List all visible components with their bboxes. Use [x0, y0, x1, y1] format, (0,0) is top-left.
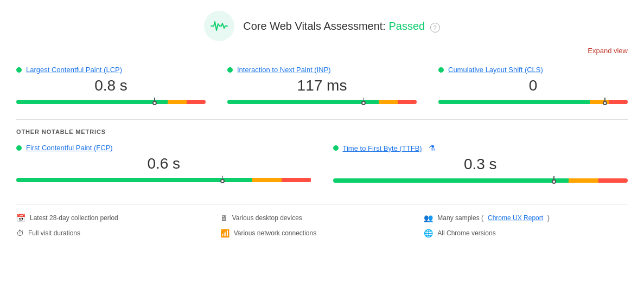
footer-suffix: ) [547, 214, 550, 222]
metric-card: Cumulative Layout Shift (CLS)0 [438, 66, 628, 108]
metric-card: First Contentful Paint (FCP)0.6 s [16, 144, 311, 187]
footer-item: 🖥Various desktop devices [220, 214, 424, 222]
assessment-label: Core Web Vitals Assessment: [243, 20, 386, 32]
footer-info: 📅Latest 28-day collection period🖥Various… [16, 204, 628, 237]
footer-icon: 🌐 [424, 229, 433, 237]
footer-item: 📅Latest 28-day collection period [16, 214, 220, 222]
metric-dot [16, 145, 22, 151]
section-divider [16, 119, 628, 120]
metric-value: 0 [438, 77, 628, 94]
metric-link[interactable]: Cumulative Layout Shift (CLS) [448, 66, 543, 74]
progress-bar-container [438, 98, 628, 108]
footer-icon: 👥 [424, 214, 433, 222]
progress-marker [361, 98, 366, 108]
footer-icon: 📅 [16, 214, 25, 222]
progress-bar-container [16, 98, 206, 108]
assessment-status: Passed [389, 20, 425, 32]
footer-text: Many samples ( [437, 214, 483, 222]
metric-value: 0.6 s [16, 155, 311, 172]
metric-dot [16, 67, 22, 73]
progress-marker [552, 176, 556, 187]
metric-title-row: Cumulative Layout Shift (CLS) [438, 66, 628, 74]
metric-value: 0.8 s [16, 77, 206, 94]
footer-item: 🌐All Chrome versions [424, 229, 628, 237]
footer-item: 📶Various network connections [220, 229, 424, 237]
metric-title-row: Interaction to Next Paint (INP) [227, 66, 417, 74]
footer-icon: 🖥 [220, 214, 228, 222]
footer-item: 👥Many samples (Chrome UX Report) [424, 214, 628, 222]
progress-marker [220, 176, 225, 187]
metric-card: Time to First Byte (TTFB)⚗0.3 s [333, 144, 628, 187]
metric-link[interactable]: Interaction to Next Paint (INP) [237, 66, 331, 74]
footer-text: Various desktop devices [232, 214, 302, 222]
core-metrics-grid: Largest Contentful Paint (LCP)0.8 sInter… [16, 66, 628, 108]
metric-value: 117 ms [227, 77, 417, 94]
footer-text: Full visit durations [28, 229, 80, 237]
progress-marker [152, 98, 157, 108]
metric-card: Interaction to Next Paint (INP)117 ms [227, 66, 417, 108]
footer-icon: ⏱ [16, 229, 24, 237]
flask-icon: ⚗ [429, 144, 436, 152]
progress-marker [603, 98, 607, 108]
metric-dot [438, 67, 444, 73]
footer-text: All Chrome versions [437, 229, 495, 237]
section-label: OTHER NOTABLE METRICS [16, 128, 628, 135]
metric-link[interactable]: First Contentful Paint (FCP) [26, 144, 113, 152]
header-text: Core Web Vitals Assessment: Passed ? [243, 20, 440, 33]
metric-link[interactable]: Time to First Byte (TTFB) [343, 144, 422, 152]
notable-metrics-grid: First Contentful Paint (FCP)0.6 sTime to… [16, 144, 628, 187]
metric-title-row: Largest Contentful Paint (LCP) [16, 66, 206, 74]
progress-bar-container [16, 176, 311, 187]
footer-text: Latest 28-day collection period [30, 214, 118, 222]
progress-bar-container [227, 98, 417, 108]
chrome-ux-report-link[interactable]: Chrome UX Report [488, 214, 543, 222]
metric-dot [333, 145, 339, 151]
help-icon[interactable]: ? [430, 23, 440, 33]
footer-icon: 📶 [220, 229, 229, 237]
metric-title-row: Time to First Byte (TTFB)⚗ [333, 144, 628, 152]
expand-view-button[interactable]: Expand view [16, 47, 628, 55]
header: Core Web Vitals Assessment: Passed ? [16, 11, 628, 41]
footer-item: ⏱Full visit durations [16, 229, 220, 237]
metric-card: Largest Contentful Paint (LCP)0.8 s [16, 66, 206, 108]
vitals-icon [204, 11, 234, 41]
progress-bar-container [333, 176, 628, 187]
metric-title-row: First Contentful Paint (FCP) [16, 144, 311, 152]
metric-link[interactable]: Largest Contentful Paint (LCP) [26, 66, 122, 74]
metric-value: 0.3 s [333, 156, 628, 173]
metric-dot [227, 67, 233, 73]
footer-text: Various network connections [234, 229, 317, 237]
